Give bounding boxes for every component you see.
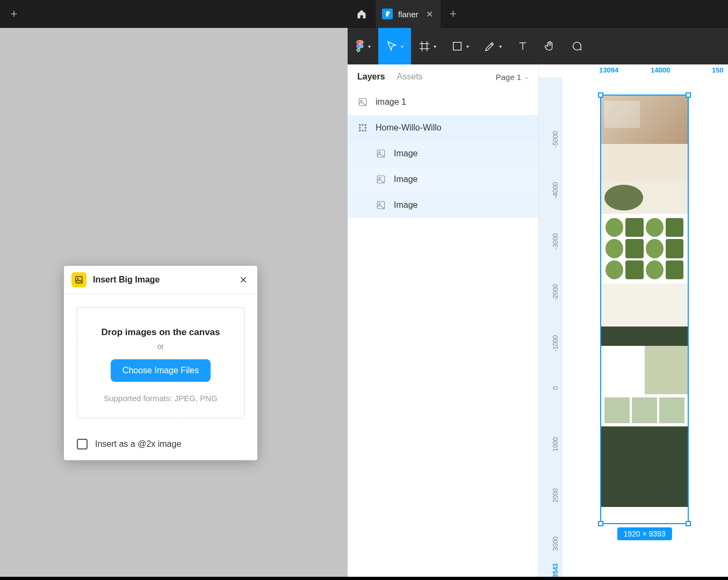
figma-menu-button[interactable]: ▾: [348, 28, 378, 64]
figma-toolbar: ▾ ▾ ▾ ▾ ▾: [348, 28, 728, 64]
ruler-current: 3543: [552, 563, 559, 578]
shape-tool[interactable]: ▾: [444, 28, 477, 64]
image-icon: [376, 174, 386, 185]
resize-handle-tl[interactable]: [598, 92, 603, 98]
ruler-tick: 14000: [651, 66, 670, 74]
svg-point-7: [362, 125, 363, 126]
chevron-down-icon: ▾: [466, 44, 469, 49]
tab-assets[interactable]: Assets: [397, 72, 423, 82]
ruler-tick: 1000: [552, 437, 559, 452]
chevron-down-icon: ▾: [434, 44, 436, 49]
chevron-down-icon: ▾: [368, 44, 371, 49]
drop-instruction: Drop images on the canvas: [88, 327, 233, 338]
frame-tool[interactable]: ▾: [411, 28, 444, 64]
svg-point-1: [77, 278, 79, 280]
resize-handle-bl[interactable]: [598, 521, 603, 526]
insert-big-image-dialog: Insert Big Image Drop images on the canv…: [64, 266, 257, 460]
at2x-label: Insert as a @2x image: [95, 439, 181, 449]
ruler-tick: 13094: [599, 66, 618, 74]
svg-point-9: [359, 127, 361, 128]
layer-row-image1[interactable]: image 1: [348, 89, 538, 115]
ruler-tick: -1000: [552, 335, 559, 352]
pen-tool[interactable]: ▾: [477, 28, 509, 64]
svg-point-8: [365, 125, 366, 126]
left-tab-bar: +: [0, 0, 348, 28]
svg-rect-3: [453, 42, 462, 50]
ruler-tick: 3000: [552, 536, 559, 551]
ruler-tick: -4000: [552, 182, 559, 199]
home-icon[interactable]: [348, 0, 376, 28]
text-tool[interactable]: [509, 28, 536, 64]
image-icon: [357, 97, 368, 107]
chevron-down-icon: ⌄: [524, 74, 529, 80]
figma-tab-bar: flaner ✕ +: [348, 0, 728, 28]
layer-label: Image: [394, 175, 417, 184]
svg-point-19: [379, 203, 380, 205]
ruler-tick: -5000: [552, 131, 559, 148]
layer-row-child-image[interactable]: Image: [348, 192, 538, 218]
image-icon: [376, 200, 386, 211]
window-bottom-edge: [0, 577, 728, 580]
layer-label: Image: [394, 149, 417, 158]
layer-label: image 1: [376, 97, 406, 107]
document-tab-label: flaner: [398, 10, 419, 19]
left-app-pane: + Insert Big Image Drop images on the ca…: [0, 0, 348, 580]
svg-point-15: [379, 151, 380, 153]
selected-frame[interactable]: 1920 × 9393: [600, 95, 689, 524]
ruler-tick: 0: [552, 386, 559, 390]
move-tool[interactable]: ▾: [378, 28, 411, 64]
drop-or: or: [88, 342, 233, 351]
svg-point-6: [359, 125, 361, 126]
svg-point-10: [365, 127, 366, 128]
tab-layers[interactable]: Layers: [357, 72, 385, 82]
layer-row-child-image[interactable]: Image: [348, 141, 538, 166]
figma-file-icon: [382, 9, 393, 19]
ruler-tick: -2000: [552, 284, 559, 301]
vertical-ruler: -5000 -4000 -3000 -2000 -1000 0 1000 200…: [539, 77, 563, 580]
svg-point-13: [365, 130, 366, 131]
figma-window: flaner ✕ + ▾ ▾ ▾ ▾ ▾: [348, 0, 728, 580]
hand-tool[interactable]: [536, 28, 563, 64]
image-icon: [376, 148, 386, 159]
frame-icon: [357, 122, 368, 133]
drop-zone[interactable]: Drop images on the canvas or Choose Imag…: [77, 307, 244, 418]
new-tab-button[interactable]: +: [0, 0, 28, 28]
supported-formats: Supported formats: JPEG, PNG: [88, 394, 233, 403]
svg-point-17: [379, 177, 380, 179]
svg-rect-0: [76, 277, 82, 283]
selection-dimensions: 1920 × 9393: [617, 527, 672, 540]
svg-point-11: [359, 130, 361, 131]
dialog-title: Insert Big Image: [93, 275, 237, 285]
plugin-icon: [71, 272, 87, 287]
close-icon[interactable]: [237, 273, 250, 286]
dialog-header: Insert Big Image: [64, 266, 257, 294]
frame-thumbnail: [601, 96, 688, 523]
close-tab-icon[interactable]: ✕: [426, 9, 433, 19]
figma-canvas[interactable]: 13094 14000 150 -5000 -4000 -3000 -2000 …: [539, 64, 728, 580]
svg-point-2: [360, 45, 363, 48]
ruler-tick: 2000: [552, 488, 559, 503]
layer-row-child-image[interactable]: Image: [348, 166, 538, 192]
layer-label: Home-Willo-Willo: [376, 123, 442, 133]
chevron-down-icon: ▾: [499, 44, 502, 49]
page-selector[interactable]: Page 1 ⌄: [495, 73, 529, 82]
dialog-footer: Insert as a @2x image: [64, 431, 257, 460]
figma-body: Layers Assets Page 1 ⌄ image 1 Home-Will…: [348, 64, 728, 580]
choose-image-files-button[interactable]: Choose Image Files: [111, 359, 211, 382]
layer-label: Image: [394, 200, 417, 210]
at2x-checkbox[interactable]: [77, 439, 88, 450]
layers-panel: Layers Assets Page 1 ⌄ image 1 Home-Will…: [348, 64, 539, 580]
layers-panel-header: Layers Assets Page 1 ⌄: [348, 64, 538, 89]
resize-handle-br[interactable]: [686, 521, 691, 526]
ruler-tick: -3000: [552, 233, 559, 250]
new-tab-button[interactable]: +: [441, 0, 466, 28]
horizontal-ruler: 13094 14000 150: [563, 64, 728, 77]
resize-handle-tr[interactable]: [686, 92, 691, 98]
svg-point-5: [361, 100, 362, 102]
dialog-body: Drop images on the canvas or Choose Imag…: [64, 294, 257, 431]
document-tab[interactable]: flaner ✕: [376, 0, 441, 28]
ruler-tick: 150: [712, 66, 724, 74]
page-label: Page 1: [495, 73, 521, 82]
comment-tool[interactable]: [563, 28, 590, 64]
layer-row-frame[interactable]: Home-Willo-Willo: [348, 115, 538, 141]
